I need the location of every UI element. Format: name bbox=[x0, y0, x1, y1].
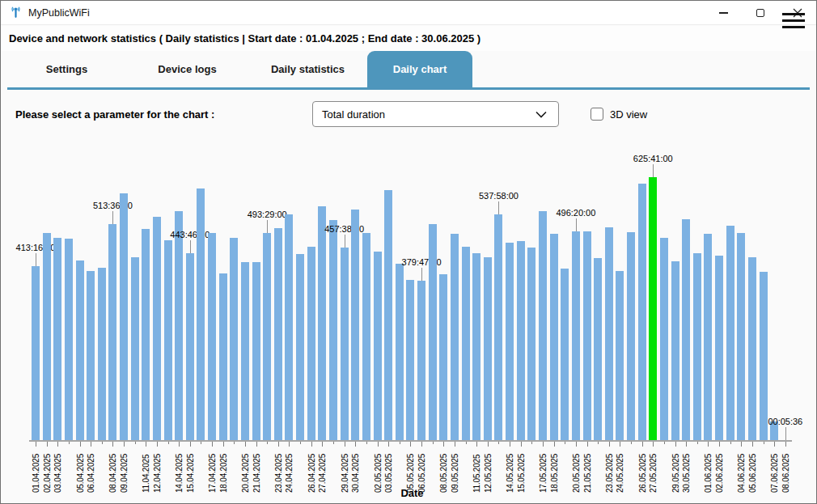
tab-settings[interactable]: Settings bbox=[6, 51, 127, 87]
chart-bar[interactable] bbox=[517, 241, 525, 440]
chart-bar[interactable] bbox=[660, 238, 668, 440]
chart-bar[interactable] bbox=[164, 240, 172, 440]
chart-bar[interactable] bbox=[87, 271, 95, 440]
title-bar: MyPublicWiFi bbox=[1, 1, 816, 25]
chart-bar[interactable] bbox=[605, 227, 613, 440]
chart-bar[interactable] bbox=[396, 264, 404, 440]
chart-bar[interactable] bbox=[693, 253, 701, 440]
chart-bar[interactable] bbox=[429, 224, 437, 440]
parameter-dropdown[interactable]: Total duration bbox=[312, 101, 559, 127]
chart-bar[interactable] bbox=[616, 271, 624, 440]
chart-bar[interactable] bbox=[341, 248, 349, 440]
chart-bar[interactable] bbox=[65, 239, 73, 440]
chart-bar[interactable] bbox=[748, 257, 756, 440]
chart-bar[interactable] bbox=[329, 220, 337, 440]
tab-daily-chart[interactable]: Daily chart bbox=[367, 51, 472, 87]
bar-value-label: 537:58:00 bbox=[464, 191, 532, 201]
chart-bar[interactable] bbox=[186, 253, 194, 440]
minimize-icon bbox=[719, 12, 728, 14]
chart-bar[interactable] bbox=[285, 214, 293, 440]
bar-value-label: 496:20:00 bbox=[542, 208, 610, 218]
tab-underline bbox=[7, 87, 810, 90]
chevron-down-icon bbox=[535, 111, 547, 118]
chart-bar[interactable] bbox=[760, 272, 768, 440]
chart-bar[interactable] bbox=[583, 231, 591, 440]
chart-bar[interactable] bbox=[219, 273, 227, 440]
chart-bar[interactable] bbox=[550, 234, 558, 440]
value-leader-line bbox=[498, 201, 499, 214]
chart-bar[interactable] bbox=[131, 257, 139, 440]
chart-bar[interactable] bbox=[539, 211, 547, 440]
chart-bar[interactable] bbox=[494, 214, 502, 440]
chart-bar[interactable] bbox=[594, 258, 602, 440]
app-window: MyPublicWiFi Device and network statisti… bbox=[0, 0, 817, 504]
chart-bar[interactable] bbox=[142, 229, 150, 440]
chart-bar[interactable] bbox=[351, 210, 359, 440]
chart-bar[interactable] bbox=[627, 232, 635, 440]
chart-bar[interactable] bbox=[439, 274, 447, 440]
chart-bar[interactable] bbox=[417, 281, 425, 440]
value-leader-line bbox=[576, 218, 577, 231]
value-leader-line bbox=[345, 235, 345, 248]
maximize-icon bbox=[756, 9, 764, 17]
chart-bar[interactable] bbox=[726, 226, 734, 440]
3d-view-label: 3D view bbox=[610, 108, 647, 121]
chart-bar[interactable] bbox=[462, 247, 470, 440]
chart-bar[interactable] bbox=[274, 228, 282, 440]
chart-bar[interactable] bbox=[252, 262, 260, 440]
chart-bar[interactable] bbox=[406, 280, 414, 440]
chart-bar-highlighted[interactable] bbox=[649, 177, 657, 440]
tab-daily-statistics[interactable]: Daily statistics bbox=[248, 51, 368, 87]
value-leader-line bbox=[421, 268, 422, 281]
chart-bar[interactable] bbox=[32, 266, 40, 440]
chart-bar[interactable] bbox=[307, 247, 315, 440]
value-leader-line bbox=[112, 211, 113, 224]
chart-bar[interactable] bbox=[263, 233, 271, 440]
parameter-dropdown-value: Total duration bbox=[322, 108, 535, 121]
chart-bar[interactable] bbox=[384, 190, 392, 440]
chart-bar[interactable] bbox=[472, 253, 480, 440]
chart-bar[interactable] bbox=[208, 233, 216, 440]
chart-bar[interactable] bbox=[638, 184, 646, 440]
chart-bar[interactable] bbox=[98, 268, 106, 440]
3d-view-checkbox[interactable] bbox=[591, 108, 603, 121]
chart-bar[interactable] bbox=[527, 248, 535, 440]
chart-bar[interactable] bbox=[153, 217, 161, 440]
chart-bar[interactable] bbox=[561, 269, 569, 440]
chart-bar[interactable] bbox=[175, 211, 183, 440]
chart-bar[interactable] bbox=[451, 234, 459, 440]
chart-bar[interactable] bbox=[76, 260, 84, 440]
chart-bar[interactable] bbox=[572, 231, 580, 440]
chart-bar[interactable] bbox=[374, 252, 382, 440]
bar-value-label: 00:05:36 bbox=[751, 417, 817, 426]
maximize-button[interactable] bbox=[742, 1, 779, 25]
chart-bar[interactable] bbox=[296, 254, 304, 440]
chart-bar[interactable] bbox=[197, 188, 205, 440]
value-leader-line bbox=[190, 240, 191, 253]
parameter-label: Please select a parameter for the chart … bbox=[15, 108, 214, 121]
chart-bar[interactable] bbox=[715, 256, 723, 440]
hamburger-menu-button[interactable] bbox=[782, 13, 805, 28]
window-title: MyPublicWiFi bbox=[28, 7, 90, 19]
chart-bar[interactable] bbox=[671, 261, 679, 440]
chart-bar[interactable] bbox=[53, 238, 61, 440]
hamburger-icon bbox=[782, 13, 805, 15]
chart-bar[interactable] bbox=[108, 224, 116, 440]
tab-device-logs[interactable]: Device logs bbox=[127, 51, 248, 87]
value-leader-line bbox=[267, 220, 268, 233]
chart-bar[interactable] bbox=[682, 219, 690, 440]
value-leader-line bbox=[785, 427, 786, 440]
chart-bar[interactable] bbox=[120, 193, 128, 440]
chart-bar[interactable] bbox=[230, 238, 238, 440]
chart-bar[interactable] bbox=[704, 234, 712, 440]
bar-value-label: 625:41:00 bbox=[619, 154, 687, 163]
chart-bar[interactable] bbox=[484, 257, 492, 440]
x-axis-title: Date bbox=[32, 487, 793, 499]
chart-bar[interactable] bbox=[318, 206, 326, 440]
minimize-button[interactable] bbox=[705, 1, 742, 25]
chart-bar[interactable] bbox=[43, 233, 51, 440]
chart-bar[interactable] bbox=[241, 262, 249, 440]
chart-bar[interactable] bbox=[737, 233, 745, 440]
chart-bar[interactable] bbox=[362, 233, 370, 440]
chart-bar[interactable] bbox=[506, 243, 514, 440]
